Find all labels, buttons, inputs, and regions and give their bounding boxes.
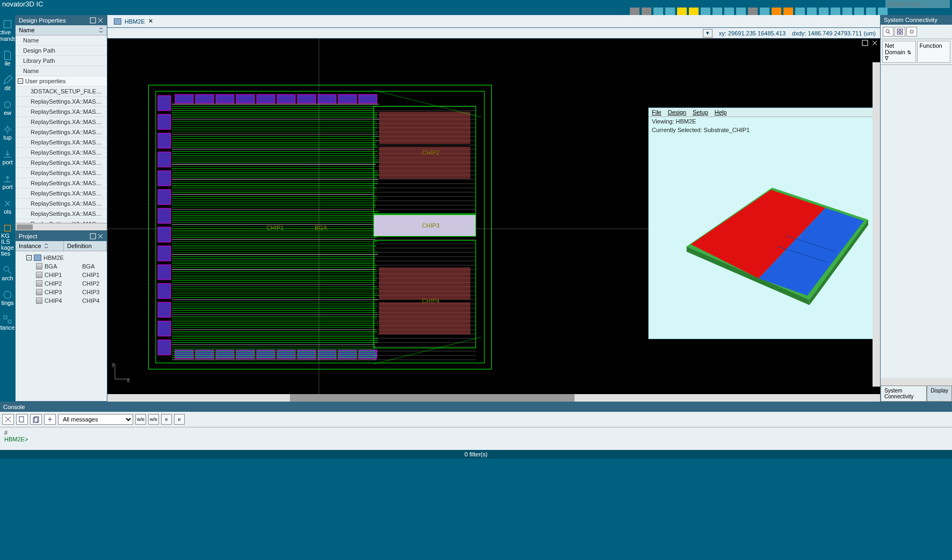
toolbar-icon[interactable] [665, 8, 675, 15]
toolbar-icon[interactable] [866, 8, 876, 15]
toolbar-icon[interactable] [854, 8, 864, 15]
console-copy-icon[interactable] [16, 414, 28, 425]
menu-design[interactable]: Design [668, 109, 686, 115]
prop-row[interactable]: ReplaySettings.XA::MASK::C... [16, 127, 107, 137]
toolbar-icon[interactable] [819, 8, 829, 15]
prop-row[interactable]: ReplaySettings.XA::MASK::C... [16, 117, 107, 127]
layout-canvas[interactable]: CHIP1 BGA CHIP2 CHIP3 CHIP4 y x File Des… [107, 39, 880, 394]
panel-restore-icon[interactable] [90, 233, 96, 239]
sort-icon[interactable] [43, 243, 49, 249]
panel-restore-icon[interactable] [90, 17, 96, 24]
grid-icon[interactable] [895, 27, 905, 37]
toolbar-icon[interactable] [724, 8, 734, 15]
toolbar-icon[interactable] [736, 8, 746, 15]
activity-item-export[interactable]: port [0, 170, 15, 194]
toolbar-icon[interactable] [760, 8, 769, 15]
prop-row[interactable]: ReplaySettings.XA::MASK::C... [16, 209, 107, 219]
toolbar-icon[interactable] [642, 8, 651, 15]
project-item[interactable]: CHIP2CHIP2 [18, 279, 105, 288]
prop-row[interactable]: Library Path [16, 56, 107, 66]
props-group[interactable]: −User properties [16, 76, 107, 86]
activity-item-setup[interactable]: tup [0, 120, 15, 145]
prop-row[interactable]: ReplaySettings.XA::MASK::C... [16, 188, 107, 199]
toolbar-icon[interactable] [748, 8, 758, 15]
activity-item[interactable]: ctive mands [0, 15, 15, 46]
project-tree[interactable]: − HBM2E BGABGACHIP1CHIP1CHIP2CHIP2CHIP3C… [16, 251, 107, 307]
search-help-input[interactable] [885, 0, 950, 8]
activity-item-pkg[interactable]: KG ILS kage ties [0, 219, 15, 261]
activity-item-tools[interactable]: ols [0, 194, 15, 219]
project-root[interactable]: − HBM2E [18, 253, 105, 262]
prop-row[interactable]: ReplaySettings.XA::MASK::C... [16, 158, 107, 168]
menu-file[interactable]: File [652, 109, 662, 115]
toolbar-icon[interactable] [842, 8, 852, 15]
console-btn[interactable] [2, 414, 14, 425]
viewer-3d-canvas[interactable] [649, 134, 880, 337]
props-list[interactable]: NameDesign PathLibrary PathName−User pro… [16, 35, 107, 223]
activity-item-import[interactable]: port [0, 145, 15, 170]
console-btn[interactable] [44, 414, 56, 425]
prop-row[interactable]: ReplaySettings.XA::MASK::C... [16, 219, 107, 223]
toolbar-icon[interactable] [795, 8, 805, 15]
toolbar-icon[interactable] [878, 8, 888, 15]
prop-row[interactable]: ReplaySettings.XA::MASK::C... [16, 178, 107, 188]
panel-close-icon[interactable] [97, 233, 104, 239]
link-icon[interactable] [906, 27, 917, 37]
canvas-close-icon[interactable] [871, 40, 878, 46]
toolbar-icon[interactable] [783, 8, 793, 15]
prop-row[interactable]: ReplaySettings.XA::MASK::C... [16, 199, 107, 209]
sort-icon[interactable] [98, 27, 104, 33]
toolbar-icon[interactable] [689, 8, 699, 15]
console-filter-we[interactable]: w/e [135, 414, 146, 425]
prop-row[interactable]: Name [16, 66, 107, 76]
activity-item-file[interactable]: ile [0, 46, 15, 71]
console-output[interactable]: # HBM2E> [0, 427, 952, 445]
project-item[interactable]: BGABGA [18, 262, 105, 271]
tab-display[interactable]: Display [927, 386, 952, 402]
activity-item-search[interactable]: arch [0, 261, 15, 286]
collapse-icon[interactable]: − [26, 255, 32, 260]
console-copy2-icon[interactable] [30, 414, 42, 425]
prop-row[interactable]: ReplaySettings.XA::MASK::C... [16, 148, 107, 158]
tab-hbm2e[interactable]: HBM2E ✕ [110, 17, 157, 26]
toolbar-icon[interactable] [831, 8, 840, 15]
tab-system-connectivity[interactable]: System Connectivity [881, 386, 927, 402]
toolbar-icon[interactable] [807, 8, 817, 15]
activity-item-edit[interactable]: dit [0, 71, 15, 96]
console-filter-select[interactable]: All messages [58, 414, 133, 425]
prop-row[interactable]: Design Path [16, 46, 107, 56]
prop-row[interactable]: ReplaySettings.XA::MASK::C... [16, 168, 107, 178]
toolbar-icon[interactable] [653, 8, 663, 15]
console-filter-we2[interactable]: w/e [148, 414, 159, 425]
prop-row[interactable]: ReplaySettings.XA::MASK::C... [16, 97, 107, 107]
props-hscroll[interactable] [16, 223, 107, 230]
sys-conn-hscroll[interactable] [881, 378, 952, 386]
proj-col-definition[interactable]: Definition [64, 241, 107, 251]
col-net-domain[interactable]: Net Domain ⇅ ∇ [882, 41, 916, 63]
activity-item-settings[interactable]: tings [0, 286, 15, 310]
props-col-name[interactable]: Name [16, 25, 107, 35]
menu-setup[interactable]: Setup [693, 109, 708, 115]
toolbar-icon[interactable] [677, 8, 687, 15]
col-function[interactable]: Function [917, 41, 951, 63]
prop-row[interactable]: ReplaySettings.XA::MASK::C... [16, 107, 107, 117]
project-item[interactable]: CHIP4CHIP4 [18, 296, 105, 305]
console-filter-e[interactable]: e [161, 414, 172, 425]
activity-item-view[interactable]: ew [0, 96, 15, 120]
coords-dropdown[interactable]: ▾ [703, 29, 713, 38]
prop-row[interactable]: 3DSTACK_SETUP_FILE_PATH [16, 86, 107, 97]
panel-close-icon[interactable] [97, 17, 104, 24]
menu-help[interactable]: Help [715, 109, 727, 115]
toolbar-icon[interactable] [701, 8, 710, 15]
canvas-restore-icon[interactable] [862, 40, 868, 46]
toolbar-icon[interactable] [713, 8, 722, 15]
collapse-icon[interactable]: − [18, 78, 23, 84]
prop-row[interactable]: ReplaySettings.XA::MASK::C... [16, 137, 107, 148]
toolbar-icon[interactable] [772, 8, 781, 15]
console-filter-e2[interactable]: e [174, 414, 185, 425]
canvas-vscroll[interactable] [873, 62, 880, 387]
zoom-fit-icon[interactable] [883, 27, 893, 37]
project-item[interactable]: CHIP3CHIP3 [18, 288, 105, 296]
toolbar-icon[interactable] [630, 8, 639, 15]
canvas-hscroll[interactable] [107, 394, 880, 402]
